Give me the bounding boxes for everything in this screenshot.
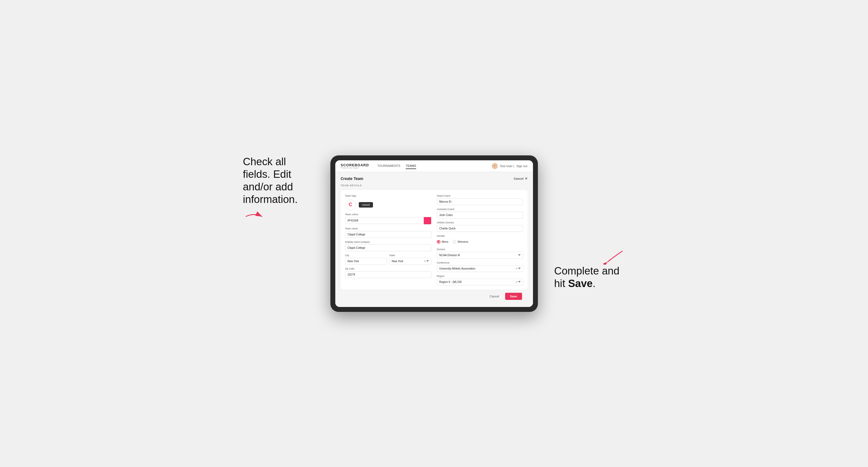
gender-womens-label: Womens <box>458 240 468 243</box>
assistant-coach-input[interactable] <box>437 212 523 218</box>
region-group: Region Region II - (M) DIII ✕ <box>437 275 523 285</box>
save-button[interactable]: Save <box>505 293 522 300</box>
tablet-frame: SCOREBOARD Powered by clippd TOURNAMENTS… <box>330 155 538 312</box>
brand-sub: Powered by clippd <box>341 167 369 169</box>
arrow-right-container <box>554 248 625 264</box>
arrow-left-container <box>243 211 314 222</box>
athletic-director-group: Athletic Director <box>437 221 523 232</box>
state-select-wrapper: New York ✕ <box>390 258 431 264</box>
conference-label: Conference <box>437 261 523 264</box>
nav-tab-teams[interactable]: TEAMS <box>406 163 416 169</box>
page-content: Create Team Cancel ✕ TEAM DETAILS Team l… <box>335 172 533 307</box>
cancel-top-button[interactable]: Cancel ✕ <box>514 177 527 181</box>
team-colour-input[interactable] <box>345 217 424 224</box>
user-name: Test User | <box>500 164 514 168</box>
arrow-down-left-icon <box>603 248 625 264</box>
conference-group: Conference University Athletic Associati… <box>437 261 523 272</box>
region-select-wrapper: Region II - (M) DIII ✕ <box>437 279 523 285</box>
team-colour-label: Team colour <box>345 213 431 216</box>
athletic-director-label: Athletic Director <box>437 221 523 224</box>
gender-womens-option[interactable]: Womens <box>453 240 468 244</box>
annotation-right: Complete and hit Save. <box>554 243 625 312</box>
upload-button[interactable]: Upload <box>359 202 373 208</box>
section-label: TEAM DETAILS <box>341 184 528 187</box>
assistant-coach-label: Assistant Coach <box>437 208 523 211</box>
close-icon: ✕ <box>525 177 528 181</box>
zip-label: Zip code <box>345 268 431 270</box>
city-state-group: City State New York <box>345 254 431 264</box>
nav-bar: SCOREBOARD Powered by clippd TOURNAMENTS… <box>335 160 533 172</box>
annotation-left: Check all fields. Edit and/or add inform… <box>243 155 314 222</box>
team-name-group: Team name <box>345 227 431 238</box>
page-title-bar: Create Team Cancel ✕ <box>341 177 528 181</box>
page-title: Create Team <box>341 177 364 181</box>
division-select[interactable]: NCAA Division III <box>437 252 523 259</box>
annotation-right-text: Complete and hit Save. <box>554 264 625 290</box>
region-select[interactable]: Region II - (M) DIII <box>437 279 523 285</box>
color-input-row <box>345 217 431 224</box>
head-coach-input[interactable] <box>437 198 523 205</box>
team-logo-group: Team logo C Upload <box>345 194 431 210</box>
form-footer: Cancel Save <box>341 290 528 303</box>
head-coach-group: Head Coach <box>437 194 523 205</box>
division-label: Division <box>437 248 523 251</box>
state-label: State <box>390 254 431 257</box>
gender-group: Gender Mens Womens <box>437 235 523 245</box>
gender-label: Gender <box>437 235 523 237</box>
city-input[interactable] <box>345 258 387 264</box>
radio-womens-dot <box>453 240 456 244</box>
avatar: T <box>492 163 498 169</box>
conference-select[interactable]: University Athletic Association <box>437 265 523 272</box>
city-group: City <box>345 254 387 264</box>
zip-input[interactable] <box>345 271 431 278</box>
division-group: Division NCAA Division III <box>437 248 523 259</box>
assistant-coach-group: Assistant Coach <box>437 208 523 218</box>
logo-row: C Upload <box>345 199 431 210</box>
conference-clear-icon[interactable]: ✕ <box>516 267 518 270</box>
gender-mens-label: Mens <box>442 240 448 243</box>
region-clear-icon[interactable]: ✕ <box>516 280 518 283</box>
state-clear-icon[interactable]: ✕ <box>424 260 426 263</box>
form-grid: Team logo C Upload Team colo <box>345 194 523 285</box>
sign-out-link[interactable]: Sign out <box>516 164 527 168</box>
color-swatch[interactable] <box>424 217 431 224</box>
city-label: City <box>345 254 387 257</box>
team-colour-group: Team colour <box>345 213 431 224</box>
nav-tab-tournaments[interactable]: TOURNAMENTS <box>377 163 400 169</box>
left-column: Team logo C Upload Team colo <box>345 194 431 285</box>
team-logo-label: Team logo <box>345 194 431 197</box>
nav-tabs: TOURNAMENTS TEAMS <box>377 163 483 169</box>
tablet-screen: SCOREBOARD Powered by clippd TOURNAMENTS… <box>335 160 533 307</box>
radio-mens-dot <box>437 240 440 244</box>
athletic-director-input[interactable] <box>437 225 523 232</box>
state-group: State New York ✕ <box>390 254 431 264</box>
region-label: Region <box>437 275 523 277</box>
logo-letter: C <box>349 202 352 208</box>
display-name-label: Display name (unique) <box>345 241 431 243</box>
arrow-right-icon <box>243 211 265 222</box>
conference-select-wrapper: University Athletic Association ✕ <box>437 265 523 272</box>
team-name-label: Team name <box>345 227 431 230</box>
display-name-group: Display name (unique) <box>345 241 431 251</box>
head-coach-label: Head Coach <box>437 194 523 197</box>
team-name-input[interactable] <box>345 231 431 238</box>
zip-group: Zip code <box>345 268 431 278</box>
form-area: Team logo C Upload Team colo <box>341 190 528 290</box>
city-state-row: City State New York <box>345 254 431 264</box>
brand-name: SCOREBOARD <box>341 163 369 167</box>
nav-brand: SCOREBOARD Powered by clippd <box>341 163 369 169</box>
logo-preview: C <box>345 199 356 210</box>
cancel-button[interactable]: Cancel <box>487 293 502 300</box>
annotation-left-text: Check all fields. Edit and/or add inform… <box>243 155 314 206</box>
gender-mens-option[interactable]: Mens <box>437 240 448 244</box>
display-name-input[interactable] <box>345 244 431 251</box>
nav-user: T Test User | Sign out <box>492 163 528 169</box>
right-column: Head Coach Assistant Coach Athletic Dire… <box>437 194 523 285</box>
gender-radio-group: Mens Womens <box>437 239 523 245</box>
